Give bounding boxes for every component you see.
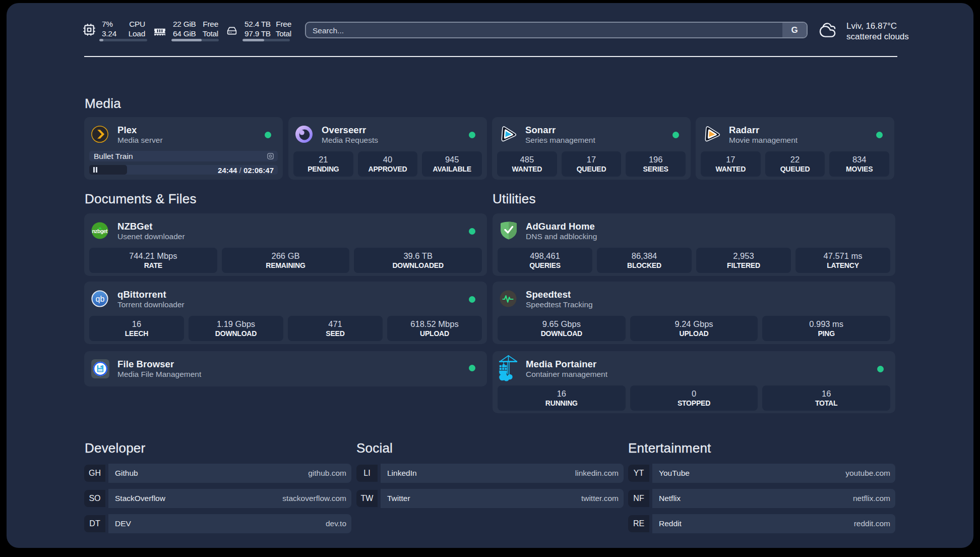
svg-text:qb: qb: [96, 295, 105, 303]
svg-text:nzbget: nzbget: [92, 228, 108, 234]
